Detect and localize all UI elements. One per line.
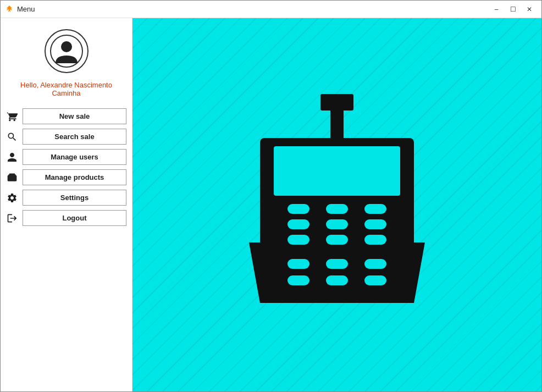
menu-item-manage-users: Manage users: [6, 149, 126, 165]
svg-rect-19: [287, 275, 309, 285]
title-bar: Menu – ☐ ✕: [1, 1, 541, 18]
menu-item-settings: Settings: [6, 190, 126, 206]
minimize-button[interactable]: –: [489, 4, 504, 15]
svg-rect-11: [326, 219, 348, 229]
logout-button[interactable]: Logout: [23, 210, 126, 226]
menu-item-new-sale: New sale: [6, 108, 126, 124]
svg-rect-7: [287, 204, 309, 214]
svg-rect-10: [287, 219, 309, 229]
svg-rect-12: [364, 219, 386, 229]
svg-rect-21: [364, 275, 386, 285]
svg-point-2: [61, 41, 72, 52]
close-button[interactable]: ✕: [522, 4, 537, 15]
title-bar-left: Menu: [5, 5, 35, 14]
sidebar: Hello, Alexandre Nascimento Caminha New …: [1, 18, 132, 391]
search-icon: [6, 131, 18, 143]
manage-products-button[interactable]: Manage products: [23, 169, 126, 185]
new-sale-button[interactable]: New sale: [23, 108, 126, 124]
menu-item-manage-products: Manage products: [6, 169, 126, 185]
svg-rect-4: [330, 111, 344, 138]
box-icon: [6, 172, 18, 184]
svg-rect-18: [364, 259, 386, 269]
maximize-button[interactable]: ☐: [505, 4, 521, 15]
app-icon: [5, 5, 14, 14]
svg-rect-13: [287, 235, 309, 245]
svg-rect-17: [326, 259, 348, 269]
manage-users-button[interactable]: Manage users: [23, 149, 126, 165]
cart-icon: [6, 111, 18, 123]
cash-register-illustration: [227, 89, 447, 322]
svg-marker-0: [7, 5, 12, 12]
svg-rect-6: [274, 146, 400, 196]
svg-rect-3: [320, 94, 353, 111]
logout-icon: [6, 212, 18, 224]
avatar-icon: [50, 35, 83, 68]
menu-items: New sale Search sale: [1, 108, 132, 230]
right-panel: [132, 18, 541, 391]
gear-icon: [6, 192, 18, 204]
app-window: Menu – ☐ ✕ Hello, Alexandre Nascimento: [0, 0, 542, 392]
settings-button[interactable]: Settings: [23, 190, 126, 206]
avatar: [45, 29, 89, 73]
greeting-text: Hello, Alexandre Nascimento Caminha: [1, 81, 132, 97]
svg-rect-9: [364, 204, 386, 214]
svg-rect-20: [326, 275, 348, 285]
svg-rect-16: [287, 259, 309, 269]
menu-item-logout: Logout: [6, 210, 126, 226]
search-sale-button[interactable]: Search sale: [23, 129, 126, 145]
main-content: Hello, Alexandre Nascimento Caminha New …: [1, 18, 541, 391]
svg-rect-14: [326, 235, 348, 245]
window-title: Menu: [17, 5, 35, 13]
user-icon: [6, 151, 18, 163]
svg-rect-8: [326, 204, 348, 214]
svg-rect-15: [364, 235, 386, 245]
menu-item-search-sale: Search sale: [6, 129, 126, 145]
title-bar-controls: – ☐ ✕: [489, 4, 537, 15]
